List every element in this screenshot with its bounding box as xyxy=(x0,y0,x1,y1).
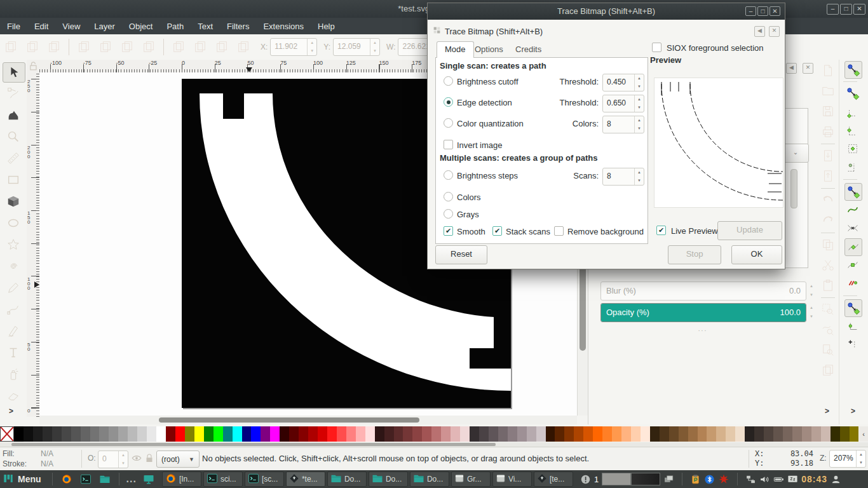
dialog-dock-button[interactable]: ◀ xyxy=(754,26,765,37)
snap-bbox-icon[interactable] xyxy=(844,85,861,102)
checkbox-invert-image[interactable] xyxy=(444,140,453,149)
dock-float-button[interactable]: ◀ xyxy=(786,63,797,74)
workspace-2[interactable] xyxy=(631,473,660,485)
x-field[interactable]: 11.902▲▼ xyxy=(270,38,317,56)
palette-swatch[interactable] xyxy=(412,426,422,442)
palette-swatch[interactable] xyxy=(574,426,583,442)
palette-swatch[interactable] xyxy=(280,426,289,442)
palette-swatch[interactable] xyxy=(118,426,128,442)
task-button[interactable]: Vi... xyxy=(492,471,532,487)
live-preview-checkbox[interactable]: ✔ xyxy=(656,226,666,235)
tool-spray[interactable] xyxy=(3,365,24,384)
radio-edge-detection[interactable] xyxy=(444,97,453,107)
task-button[interactable]: sci... xyxy=(203,471,243,487)
lower-icon[interactable] xyxy=(214,39,230,55)
cut-icon[interactable] xyxy=(820,257,836,273)
fill-value[interactable]: N/A xyxy=(41,449,53,458)
copy-icon[interactable] xyxy=(820,236,836,253)
palette-swatch[interactable] xyxy=(811,426,821,442)
tool-eraser[interactable] xyxy=(3,386,24,405)
palette-swatch[interactable] xyxy=(612,426,621,442)
palette-swatch[interactable] xyxy=(479,426,489,442)
palette-swatch[interactable] xyxy=(175,426,185,442)
palette-swatch[interactable] xyxy=(517,426,527,442)
flip-horizontal-icon[interactable] xyxy=(119,39,135,55)
palette-swatch[interactable] xyxy=(716,426,726,442)
palette-swatch[interactable] xyxy=(498,426,508,442)
palette-swatch[interactable] xyxy=(289,426,299,442)
tool-pencil[interactable] xyxy=(3,278,24,297)
palette-swatch[interactable] xyxy=(62,426,71,442)
menu-path[interactable]: Path xyxy=(159,19,191,34)
lower-to-bottom-icon[interactable] xyxy=(235,39,252,55)
tool-box-3d[interactable] xyxy=(3,192,24,211)
checkbox-remove-background[interactable] xyxy=(554,226,564,236)
zoom-drawing-icon[interactable] xyxy=(820,322,836,338)
palette-swatch[interactable] xyxy=(660,426,669,442)
palette-swatch[interactable] xyxy=(441,426,451,442)
raise-icon[interactable] xyxy=(192,39,208,55)
palette-swatch[interactable] xyxy=(194,426,204,442)
minimize-button[interactable]: – xyxy=(827,4,839,15)
tool-selector[interactable] xyxy=(3,62,25,83)
palette-swatch[interactable] xyxy=(850,426,859,442)
field-scans[interactable]: 8▲▼ xyxy=(602,168,644,186)
palette-swatch[interactable] xyxy=(698,426,707,442)
palette-swatch[interactable] xyxy=(394,426,403,442)
reset-button[interactable]: Reset xyxy=(435,245,487,264)
palette-swatch[interactable] xyxy=(564,426,574,442)
snap-page-border-icon[interactable] xyxy=(844,159,861,175)
palette-swatch[interactable] xyxy=(451,426,460,442)
terminal-launcher[interactable] xyxy=(78,471,93,487)
volume-icon[interactable] xyxy=(759,474,770,485)
palette-swatch[interactable] xyxy=(251,426,261,442)
workspace-1[interactable] xyxy=(602,473,631,485)
vertical-ruler[interactable]: 2 5 02 0 01 5 01 0 05 00 xyxy=(27,72,40,417)
palette-none-swatch[interactable] xyxy=(0,426,14,442)
palette-swatch[interactable] xyxy=(726,426,735,442)
menu-edit[interactable]: Edit xyxy=(27,19,55,34)
toolbox-expander[interactable]: > xyxy=(9,407,13,416)
menu-file[interactable]: File xyxy=(0,19,27,34)
palette-swatch[interactable] xyxy=(327,426,337,442)
snap-nodes-icon[interactable] xyxy=(844,183,862,201)
palette-swatch[interactable] xyxy=(735,426,745,442)
snap-midpoints-icon[interactable] xyxy=(844,275,861,292)
tool-rectangle[interactable] xyxy=(3,170,24,189)
object-opacity-field[interactable]: 0▲▼ xyxy=(98,451,128,468)
horizontal-scrollbar[interactable] xyxy=(39,416,577,424)
palette-swatch[interactable] xyxy=(71,426,81,442)
palette-swatch[interactable] xyxy=(688,426,698,442)
print-icon[interactable] xyxy=(820,123,836,140)
palette-swatch[interactable] xyxy=(365,426,375,442)
zoom-selection-icon[interactable] xyxy=(820,301,836,318)
palette-swatch[interactable] xyxy=(109,426,118,442)
tool-calligraphy[interactable] xyxy=(3,322,24,341)
horizontal-scrollbar-thumb[interactable] xyxy=(159,417,419,423)
dock-dropdown[interactable]: ⌄ xyxy=(782,144,809,163)
blur-slider[interactable]: Blur (%) 0.0 xyxy=(600,281,806,301)
redo-icon[interactable] xyxy=(820,212,836,229)
palette-swatch[interactable] xyxy=(821,426,831,442)
raise-to-top-icon[interactable] xyxy=(170,39,187,55)
siox-checkbox[interactable] xyxy=(652,43,661,52)
update-button[interactable]: Update xyxy=(717,221,782,240)
palette-swatch[interactable] xyxy=(14,426,24,442)
flip-vertical-icon[interactable] xyxy=(140,39,157,55)
snap-smooth-nodes-icon[interactable] xyxy=(844,257,861,273)
y-field[interactable]: 12.059▲▼ xyxy=(333,38,380,56)
menu-text[interactable]: Text xyxy=(191,19,220,34)
snap-others-icon[interactable] xyxy=(844,299,862,317)
palette-swatch[interactable] xyxy=(840,426,850,442)
zoom-page-icon[interactable] xyxy=(820,342,836,358)
paste-icon[interactable] xyxy=(820,277,836,294)
palette-swatch[interactable] xyxy=(242,426,252,442)
palette-scroll-arrow[interactable]: ‹ xyxy=(859,426,868,442)
tool-measure[interactable] xyxy=(3,149,24,168)
taskbar-menu-button[interactable]: Menu xyxy=(0,470,48,488)
clipboard-manager-icon[interactable] xyxy=(690,474,701,485)
radio-color-quantization[interactable] xyxy=(444,118,453,128)
palette-swatch[interactable] xyxy=(308,426,318,442)
opacity-spin-arrows[interactable]: ▲▼ xyxy=(808,303,815,321)
palette-swatch[interactable] xyxy=(773,426,783,442)
